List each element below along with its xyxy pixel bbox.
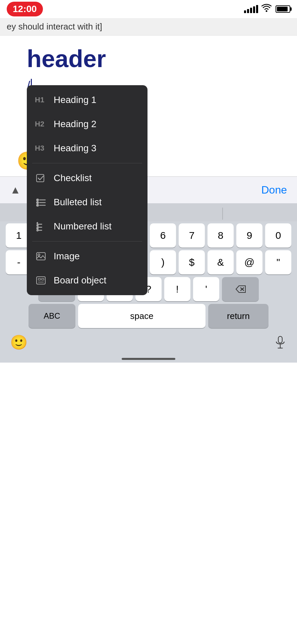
menu-section-lists: Checklist Bulleted list	[27, 163, 147, 241]
svg-rect-15	[42, 278, 44, 280]
home-indicator	[0, 354, 297, 363]
heading1-icon: H1	[35, 94, 47, 106]
svg-point-12	[38, 254, 40, 256]
board-object-icon	[35, 274, 47, 286]
heading2-icon: H2	[35, 118, 47, 130]
keyboard-bottom-bar: 🙂	[0, 331, 297, 354]
status-bar: 12:00	[0, 0, 297, 18]
key-apostrophe[interactable]: '	[193, 277, 219, 301]
header-text: header	[27, 46, 270, 72]
key-0[interactable]: 0	[265, 223, 291, 248]
key-6[interactable]: 6	[150, 223, 176, 248]
menu-item-heading3[interactable]: H3 Heading 3	[27, 136, 147, 160]
key-space[interactable]: space	[78, 304, 205, 328]
top-banner: ey should interact with it]	[0, 18, 297, 36]
numbered-list-icon: 1— 2— 3—	[35, 220, 47, 232]
svg-rect-11	[37, 253, 45, 260]
emoji-key[interactable]: 🙂	[10, 334, 27, 351]
menu-item-heading1-label: Heading 1	[54, 95, 97, 105]
svg-point-2	[37, 199, 39, 201]
menu-item-bulleted-label: Bulleted list	[54, 197, 102, 208]
key-quote[interactable]: "	[265, 250, 291, 274]
content-area: header / H1 Heading 1 H2 Heading 2 H3	[0, 36, 297, 176]
svg-point-0	[266, 10, 268, 12]
mic-icon[interactable]	[274, 336, 287, 349]
keyboard-bottom-row: ABC space return	[0, 303, 297, 331]
menu-item-checklist[interactable]: Checklist	[27, 166, 147, 190]
menu-item-heading1[interactable]: H1 Heading 1	[27, 88, 147, 112]
menu-item-image[interactable]: Image	[27, 244, 147, 268]
menu-item-image-label: Image	[54, 251, 80, 262]
bulleted-list-icon	[35, 196, 47, 208]
checklist-icon	[35, 172, 47, 184]
delete-key[interactable]	[222, 277, 259, 301]
menu-item-board-object-label: Board object	[54, 275, 106, 286]
menu-item-bulleted-list[interactable]: Bulleted list	[27, 190, 147, 214]
key-9[interactable]: 9	[236, 223, 262, 248]
signal-bars-icon	[244, 5, 258, 13]
status-icons	[244, 4, 290, 15]
svg-rect-14	[38, 278, 41, 280]
svg-rect-1	[37, 174, 44, 182]
svg-text:3—: 3—	[37, 228, 42, 231]
menu-item-numbered-label: Numbered list	[54, 221, 112, 232]
image-icon	[35, 250, 47, 262]
svg-point-4	[37, 202, 39, 204]
menu-item-numbered-list[interactable]: 1— 2— 3— Numbered list	[27, 214, 147, 238]
home-bar	[122, 358, 175, 360]
key-close-paren[interactable]: )	[150, 250, 176, 274]
status-time: 12:00	[7, 2, 43, 16]
done-button[interactable]: Done	[261, 184, 287, 196]
svg-rect-19	[278, 336, 282, 343]
menu-section-media: Image Board object	[27, 241, 147, 295]
toolbar-up-arrow[interactable]: ▲	[10, 184, 21, 196]
menu-item-heading3-label: Heading 3	[54, 143, 97, 154]
key-abc[interactable]: ABC	[28, 304, 75, 328]
heading3-icon: H3	[35, 142, 47, 154]
key-8[interactable]: 8	[207, 223, 234, 248]
menu-item-board-object[interactable]: Board object	[27, 268, 147, 292]
key-return[interactable]: return	[208, 304, 269, 328]
menu-item-heading2[interactable]: H2 Heading 2	[27, 112, 147, 136]
svg-point-6	[37, 204, 39, 206]
key-exclamation[interactable]: !	[164, 277, 190, 301]
menu-item-checklist-label: Checklist	[54, 173, 92, 183]
svg-rect-13	[37, 277, 45, 284]
key-ampersand[interactable]: &	[207, 250, 234, 274]
menu-section-headings: H1 Heading 1 H2 Heading 2 H3 Heading 3	[27, 85, 147, 163]
divider-right	[222, 208, 223, 220]
wifi-icon	[261, 4, 272, 15]
battery-icon	[276, 5, 290, 13]
slash-command-menu: H1 Heading 1 H2 Heading 2 H3 Heading 3	[27, 85, 147, 295]
key-dollar[interactable]: $	[179, 250, 205, 274]
key-7[interactable]: 7	[179, 223, 205, 248]
menu-item-heading2-label: Heading 2	[54, 119, 97, 129]
key-at[interactable]: @	[236, 250, 262, 274]
